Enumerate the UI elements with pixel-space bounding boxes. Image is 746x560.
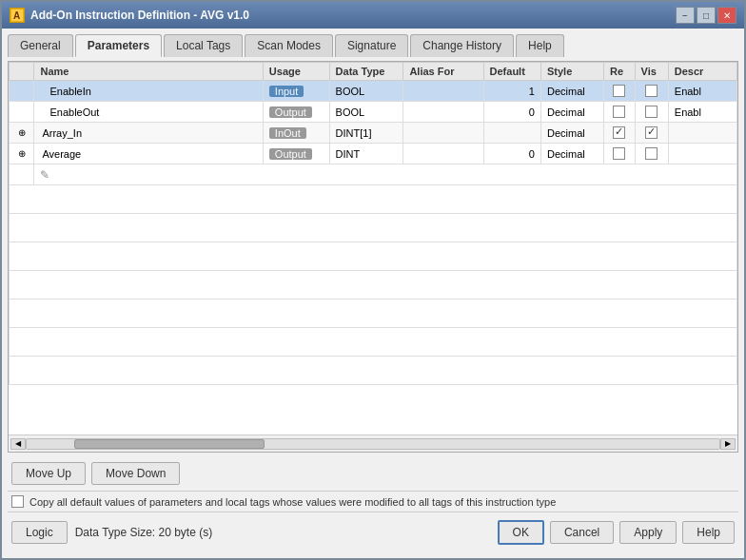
usage-cell: Output <box>263 102 329 123</box>
req-checkbox[interactable] <box>613 85 625 97</box>
tab-change-history[interactable]: Change History <box>410 34 514 57</box>
table-scroll-area[interactable]: Name Usage Data Type Alias For Default S… <box>9 62 737 434</box>
style-cell: Decimal <box>540 102 603 123</box>
req-cell <box>604 81 636 102</box>
col-style: Style <box>540 63 603 81</box>
expand-cell <box>10 81 34 102</box>
copy-checkbox-label: Copy all default values of parameters an… <box>29 496 556 508</box>
aliasfor-cell <box>403 144 483 164</box>
table-row-new[interactable]: ✎ <box>10 164 737 185</box>
col-req: Re <box>604 63 636 81</box>
copy-checkbox[interactable] <box>11 495 24 508</box>
expand-cell: ⊕ <box>10 144 34 164</box>
tab-signature[interactable]: Signature <box>335 34 408 57</box>
table-header-row: Name Usage Data Type Alias For Default S… <box>10 63 737 81</box>
desc-cell <box>668 144 736 164</box>
maximize-button[interactable]: □ <box>697 7 716 24</box>
parameters-table-container: Name Usage Data Type Alias For Default S… <box>9 62 737 452</box>
vis-cell <box>635 102 668 123</box>
move-down-button[interactable]: Move Down <box>91 462 180 485</box>
vis-cell <box>635 81 668 102</box>
vis-checkbox[interactable] <box>645 126 658 139</box>
datatype-cell: BOOL <box>329 102 403 123</box>
default-cell: 1 <box>483 81 540 102</box>
desc-cell <box>668 123 736 144</box>
req-checkbox[interactable] <box>613 106 625 118</box>
name-cell: Array_In <box>34 123 263 144</box>
table-row-empty <box>10 214 737 242</box>
table-row[interactable]: EnableOut Output BOOL 0 Decimal E <box>10 102 737 123</box>
datatype-cell: DINT[1] <box>329 123 403 144</box>
footer-left: Logic Data Type Size: 20 byte (s) <box>11 521 212 544</box>
tab-general[interactable]: General <box>8 34 73 57</box>
scroll-left-button[interactable]: ◀ <box>10 438 26 450</box>
logic-button[interactable]: Logic <box>11 521 68 544</box>
table-row-empty <box>10 242 737 271</box>
usage-badge: Output <box>269 148 312 160</box>
expand-cell: ⊕ <box>10 123 34 144</box>
aliasfor-cell <box>403 123 483 144</box>
title-bar-left: A Add-On Instruction Definition - AVG v1… <box>10 8 249 23</box>
vis-checkbox[interactable] <box>645 147 658 160</box>
tab-scan-modes[interactable]: Scan Modes <box>245 34 333 57</box>
datatype-cell: DINT <box>329 144 403 164</box>
parameters-table: Name Usage Data Type Alias For Default S… <box>9 62 737 385</box>
style-cell: Decimal <box>540 123 603 144</box>
cancel-button[interactable]: Cancel <box>550 521 614 544</box>
usage-badge: InOut <box>269 127 306 139</box>
app-icon: A <box>10 8 25 23</box>
minimize-button[interactable]: − <box>676 7 695 24</box>
usage-cell: Input <box>263 81 329 102</box>
style-cell: Decimal <box>540 144 603 164</box>
tab-local-tags[interactable]: Local Tags <box>164 34 243 57</box>
move-buttons-row: Move Up Move Down <box>8 460 738 487</box>
new-row-indicator: ✎ <box>34 164 737 185</box>
req-checkbox[interactable] <box>613 147 625 160</box>
col-vis: Vis <box>635 63 668 81</box>
table-row[interactable]: EnableIn Input BOOL 1 Decimal Ena <box>10 81 737 102</box>
aliasfor-cell <box>403 102 483 123</box>
move-up-button[interactable]: Move Up <box>11 462 86 485</box>
close-button[interactable]: ✕ <box>717 7 736 24</box>
expand-cell <box>10 164 34 185</box>
col-usage: Usage <box>263 63 329 81</box>
req-checkbox[interactable] <box>613 126 625 139</box>
vis-checkbox[interactable] <box>645 106 658 118</box>
ok-button[interactable]: OK <box>498 520 544 545</box>
tab-content-panel: Name Usage Data Type Alias For Default S… <box>8 61 738 453</box>
table-row-empty <box>10 357 737 385</box>
default-cell <box>483 123 540 144</box>
col-default: Default <box>483 63 540 81</box>
desc-cell: Enabl <box>668 102 736 123</box>
desc-cell: Enabl <box>668 81 736 102</box>
expand-cell <box>10 102 34 123</box>
apply-button[interactable]: Apply <box>619 521 677 544</box>
bottom-section: Move Up Move Down Copy all default value… <box>8 456 738 552</box>
scrollbar-track[interactable] <box>26 438 720 450</box>
style-cell: Decimal <box>540 81 603 102</box>
help-button[interactable]: Help <box>682 521 735 544</box>
vis-checkbox[interactable] <box>645 85 658 97</box>
scroll-right-button[interactable]: ▶ <box>720 438 736 450</box>
table-row[interactable]: ⊕ Array_In InOut DINT[1] Decimal <box>10 123 737 144</box>
col-aliasfor: Alias For <box>403 63 483 81</box>
col-datatype: Data Type <box>329 63 403 81</box>
table-row[interactable]: ⊕ Average Output DINT 0 Decimal <box>10 144 737 164</box>
table-row-empty <box>10 328 737 357</box>
tab-parameters[interactable]: Parameters <box>75 34 162 57</box>
tab-help[interactable]: Help <box>516 34 564 57</box>
req-cell <box>604 123 636 144</box>
scrollbar-thumb[interactable] <box>74 439 265 449</box>
datatype-cell: BOOL <box>329 81 403 102</box>
usage-badge: Output <box>269 106 312 118</box>
horizontal-scrollbar[interactable]: ◀ ▶ <box>9 434 737 452</box>
aliasfor-cell <box>403 81 483 102</box>
tab-bar: General Parameters Local Tags Scan Modes… <box>8 34 738 57</box>
copy-checkbox-row: Copy all default values of parameters an… <box>8 491 738 512</box>
col-name: Name <box>34 63 263 81</box>
content-area: General Parameters Local Tags Scan Modes… <box>2 29 744 558</box>
default-cell: 0 <box>483 102 540 123</box>
name-cell: EnableIn <box>34 81 263 102</box>
table-row-empty <box>10 185 737 214</box>
window-title: Add-On Instruction Definition - AVG v1.0 <box>30 9 249 22</box>
